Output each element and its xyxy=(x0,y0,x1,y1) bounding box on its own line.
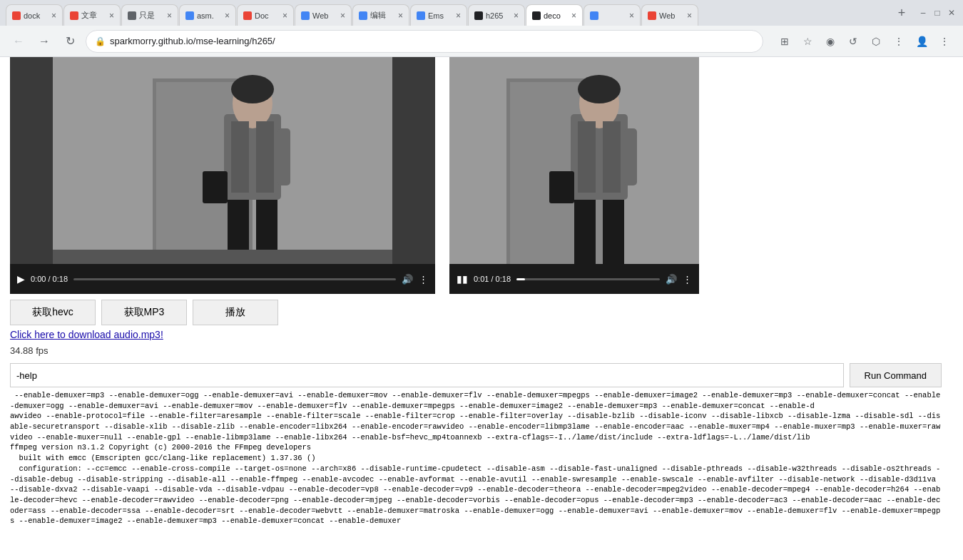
time-left: 0:00 / 0:18 xyxy=(31,275,68,283)
download-section: Click here to download audio.mp3! xyxy=(10,325,163,344)
time-right: 0:01 / 0:18 xyxy=(474,275,511,283)
browser-frame: dock×文章×只是×asm.×Doc×Web×编辑×Ems×h265×deco… xyxy=(0,0,963,560)
video-placeholder-left xyxy=(10,57,435,264)
window-controls: – □ ✕ xyxy=(917,7,957,19)
tab-close-tab10[interactable]: × xyxy=(626,11,634,21)
buttons-row: 获取hevc 获取MP3 播放 xyxy=(10,294,666,325)
play-button[interactable]: 播放 xyxy=(193,300,278,325)
tab-ems[interactable]: Ems× xyxy=(410,4,467,26)
video-controls-right: ▮▮ 0:01 / 0:18 🔊 ⋮ xyxy=(449,264,699,294)
svg-point-20 xyxy=(578,75,621,103)
fps-display: 34.88 fps xyxy=(10,345,49,356)
tab-tab10[interactable]: × xyxy=(584,4,641,26)
back-button[interactable]: ← xyxy=(9,31,29,51)
svg-rect-8 xyxy=(256,121,274,193)
bookmark-icon[interactable]: ☆ xyxy=(798,31,817,51)
tab-zhimeng[interactable]: 只是× xyxy=(121,4,178,26)
tab-close-zhimeng[interactable]: × xyxy=(164,11,172,21)
tab-close-h265[interactable]: × xyxy=(511,11,519,21)
svg-rect-25 xyxy=(549,171,574,203)
tab-close-dock[interactable]: × xyxy=(49,11,56,21)
progress-bar-left[interactable] xyxy=(73,278,396,280)
videos-row: ▶ 0:00 / 0:18 🔊 ⋮ xyxy=(10,57,699,294)
tab-close-edit[interactable]: × xyxy=(395,11,403,21)
address-icons: ⊞ ☆ ◉ ↺ ⬡ ⋮ 👤 ⋮ xyxy=(775,31,954,51)
tab-close-ems[interactable]: × xyxy=(453,11,461,21)
close-button[interactable]: ✕ xyxy=(946,7,957,19)
svg-rect-23 xyxy=(574,200,596,264)
tab-doc[interactable]: Doc× xyxy=(237,4,294,26)
tab-wenzhang[interactable]: 文章× xyxy=(63,4,121,26)
video-placeholder-right xyxy=(449,57,699,264)
tab-close-wenzhang[interactable]: × xyxy=(106,11,114,21)
more-icon[interactable]: ⋮ xyxy=(889,31,909,51)
profile-icon[interactable]: 👤 xyxy=(912,31,932,51)
menu-icon[interactable]: ⋮ xyxy=(934,31,954,51)
video-right: ▮▮ 0:01 / 0:18 🔊 ⋮ xyxy=(449,57,699,294)
tab-close-doc[interactable]: × xyxy=(280,11,287,21)
url-text: sparkmorry.github.io/mse-learning/h265/ xyxy=(110,36,275,46)
tab-strip: dock×文章×只是×asm.×Doc×Web×编辑×Ems×h265×deco… xyxy=(6,0,892,26)
svg-rect-13 xyxy=(53,250,392,264)
tab-close-web1[interactable]: × xyxy=(337,11,345,21)
svg-rect-26 xyxy=(624,128,637,185)
tab-web1[interactable]: Web× xyxy=(295,4,352,26)
svg-rect-11 xyxy=(203,171,228,203)
maximize-button[interactable]: □ xyxy=(932,7,943,19)
svg-rect-7 xyxy=(231,121,249,193)
tab-close-asm[interactable]: × xyxy=(222,11,230,21)
minimize-button[interactable]: – xyxy=(917,7,929,19)
tab-edit[interactable]: 编辑× xyxy=(352,4,409,26)
reload-button[interactable]: ↻ xyxy=(60,31,80,51)
download-link[interactable]: Click here to download audio.mp3! xyxy=(10,329,163,340)
tab-asm[interactable]: asm.× xyxy=(179,4,236,26)
chrome-icon[interactable]: ◉ xyxy=(820,31,840,51)
progress-bar-right[interactable] xyxy=(516,278,660,280)
command-input[interactable] xyxy=(10,363,844,387)
play-button-left[interactable]: ▶ xyxy=(17,273,25,285)
pause-button-right[interactable]: ▮▮ xyxy=(457,273,468,285)
get-hevc-button[interactable]: 获取hevc xyxy=(10,300,96,325)
command-section: Run Command xyxy=(10,360,952,390)
svg-rect-21 xyxy=(578,121,596,193)
tab-deco[interactable]: deco× xyxy=(526,4,583,26)
tab-h265[interactable]: h265× xyxy=(468,4,525,26)
get-mp3-button[interactable]: 获取MP3 xyxy=(101,300,187,325)
svg-rect-12 xyxy=(277,128,290,185)
new-tab-button[interactable]: + xyxy=(892,3,912,23)
translate-icon[interactable]: ⊞ xyxy=(775,31,795,51)
volume-icon-right[interactable]: 🔊 xyxy=(666,274,677,285)
address-bar: ← → ↻ 🔒 sparkmorry.github.io/mse-learnin… xyxy=(0,26,963,57)
svg-rect-22 xyxy=(603,121,621,193)
address-input[interactable]: 🔒 sparkmorry.github.io/mse-learning/h265… xyxy=(86,30,763,53)
main-area: ▶ 0:00 / 0:18 🔊 ⋮ xyxy=(0,57,963,533)
tab-dock[interactable]: dock× xyxy=(6,4,63,26)
svg-rect-24 xyxy=(603,200,624,264)
video-controls-left: ▶ 0:00 / 0:18 🔊 ⋮ xyxy=(10,264,435,294)
extensions-icon[interactable]: ⬡ xyxy=(866,31,886,51)
title-bar: dock×文章×只是×asm.×Doc×Web×编辑×Ems×h265×deco… xyxy=(0,0,963,26)
svg-point-6 xyxy=(231,75,274,103)
more-icon-left[interactable]: ⋮ xyxy=(419,274,428,285)
volume-icon-left[interactable]: 🔊 xyxy=(402,274,413,285)
tab-close-web2[interactable]: × xyxy=(684,11,692,21)
more-icon-right[interactable]: ⋮ xyxy=(683,274,692,285)
forward-button[interactable]: → xyxy=(34,31,54,51)
output-area: --enable-demuxer=mp3 --enable-demuxer=og… xyxy=(10,390,952,533)
tab-web2[interactable]: Web× xyxy=(641,4,698,26)
video-left: ▶ 0:00 / 0:18 🔊 ⋮ xyxy=(10,57,435,294)
tab-close-deco[interactable]: × xyxy=(569,11,576,21)
history-icon[interactable]: ↺ xyxy=(843,31,863,51)
progress-fill-right xyxy=(516,278,525,280)
run-command-button[interactable]: Run Command xyxy=(850,363,942,387)
output-text: --enable-demuxer=mp3 --enable-demuxer=og… xyxy=(10,390,942,533)
page-content: ▶ 0:00 / 0:18 🔊 ⋮ xyxy=(0,57,963,560)
